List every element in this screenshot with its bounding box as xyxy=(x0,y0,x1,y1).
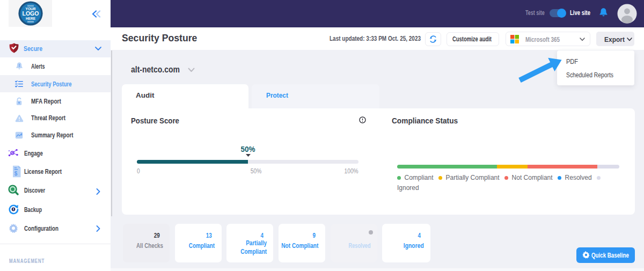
svg-text:HERE: HERE xyxy=(26,17,36,20)
svg-text:LOGO: LOGO xyxy=(23,10,39,17)
svg-text:$: $ xyxy=(14,171,18,177)
